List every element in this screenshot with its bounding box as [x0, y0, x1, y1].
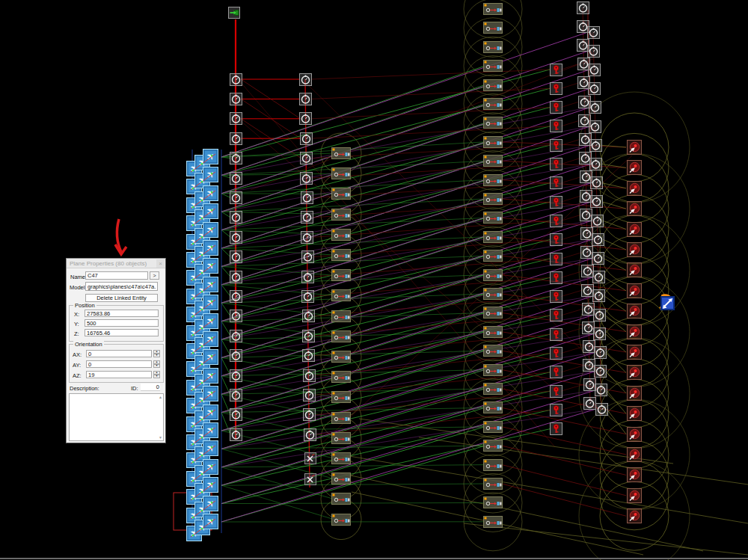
timer-node[interactable]	[595, 384, 607, 396]
dialog-titlebar[interactable]: Plane Properties (80 objects) ×	[67, 259, 165, 268]
delete-linked-entity-button[interactable]: Delete Linked Entity	[85, 294, 158, 302]
objective-key-node[interactable]	[550, 290, 562, 303]
timer-node[interactable]	[230, 250, 242, 263]
trigger-node[interactable]	[483, 155, 503, 167]
attack-area-node[interactable]	[627, 140, 642, 155]
attack-area-node[interactable]	[627, 304, 642, 319]
objective-key-node[interactable]	[550, 328, 562, 341]
trigger-node[interactable]	[483, 136, 503, 148]
timer-node[interactable]	[230, 369, 242, 382]
objective-key-node[interactable]	[550, 101, 562, 114]
timer-node[interactable]	[230, 389, 242, 401]
spinner-down-icon[interactable]: ▼	[153, 375, 160, 378]
timer-node[interactable]	[589, 101, 601, 114]
timer-node[interactable]	[230, 93, 242, 105]
trigger-node[interactable]	[483, 364, 503, 376]
timer-node[interactable]	[301, 290, 314, 303]
name-input[interactable]	[85, 271, 148, 280]
trigger-node[interactable]	[331, 209, 351, 221]
timer-node[interactable]	[303, 408, 316, 421]
plane-stack[interactable]: ✈✈✈	[186, 514, 220, 542]
timer-node[interactable]	[591, 215, 604, 227]
y-input[interactable]	[85, 319, 159, 327]
timer-node[interactable]	[588, 82, 601, 95]
trigger-node[interactable]	[331, 371, 351, 383]
timer-node[interactable]	[299, 112, 312, 125]
timer-node[interactable]	[230, 271, 242, 283]
timer-node[interactable]	[592, 271, 605, 283]
trigger-node[interactable]	[483, 174, 503, 186]
timer-node[interactable]	[589, 158, 602, 170]
timer-node[interactable]	[302, 349, 315, 362]
trigger-node[interactable]	[331, 330, 351, 342]
trigger-node[interactable]	[483, 41, 503, 53]
trigger-node[interactable]	[483, 459, 503, 471]
objective-key-node[interactable]	[550, 176, 562, 189]
objective-key-node[interactable]	[550, 271, 562, 284]
objective-key-node[interactable]	[550, 366, 562, 378]
timer-node[interactable]	[230, 152, 242, 164]
timer-node[interactable]	[230, 191, 242, 204]
attack-area-node[interactable]	[627, 365, 642, 380]
timer-node[interactable]	[230, 310, 242, 322]
trigger-node[interactable]	[483, 98, 503, 110]
timer-node[interactable]	[583, 378, 596, 391]
trigger-node[interactable]	[331, 514, 351, 526]
objective-key-node[interactable]	[550, 253, 562, 265]
timer-node[interactable]	[304, 428, 316, 441]
timer-node[interactable]	[592, 233, 604, 246]
timer-node[interactable]	[589, 120, 601, 133]
attack-area-node[interactable]	[627, 386, 642, 401]
timer-node[interactable]	[230, 73, 242, 86]
timer-node[interactable]	[590, 195, 603, 208]
trigger-node[interactable]	[483, 250, 503, 262]
trigger-node[interactable]	[331, 147, 351, 159]
trigger-node[interactable]	[483, 401, 503, 413]
trigger-node[interactable]	[331, 391, 351, 403]
attack-area-node[interactable]	[627, 242, 642, 257]
close-icon[interactable]: ×	[156, 259, 165, 268]
timer-node[interactable]	[303, 389, 316, 401]
trigger-node[interactable]	[483, 496, 503, 508]
trigger-node[interactable]	[483, 193, 503, 205]
attack-area-node[interactable]	[627, 222, 642, 237]
timer-node[interactable]	[230, 231, 242, 244]
attack-area-node[interactable]	[627, 262, 642, 277]
objective-key-node[interactable]	[550, 158, 562, 170]
timer-node[interactable]	[301, 271, 314, 283]
timer-node[interactable]	[593, 309, 606, 321]
timer-node[interactable]	[595, 403, 608, 416]
trigger-node[interactable]	[331, 412, 351, 424]
timer-node[interactable]	[594, 346, 607, 359]
trigger-node[interactable]	[331, 167, 351, 179]
timer-node[interactable]	[301, 250, 314, 263]
timer-node[interactable]	[587, 45, 600, 58]
timer-node[interactable]	[299, 73, 312, 86]
objective-key-node[interactable]	[550, 64, 562, 76]
timer-node[interactable]	[577, 1, 589, 14]
objective-key-node[interactable]	[550, 385, 562, 398]
trigger-node[interactable]	[331, 289, 351, 301]
timer-node[interactable]	[593, 327, 606, 340]
trigger-node[interactable]	[483, 117, 503, 129]
trigger-node[interactable]	[331, 310, 351, 322]
timer-node[interactable]	[592, 289, 605, 302]
timer-node[interactable]	[230, 290, 242, 303]
model-input[interactable]	[85, 282, 158, 291]
spinner-down-icon[interactable]: ▼	[153, 354, 160, 357]
timer-node[interactable]	[230, 172, 242, 185]
attack-area-node[interactable]	[627, 324, 642, 339]
attack-area-node[interactable]	[627, 467, 642, 482]
destroy-action-node[interactable]	[304, 473, 316, 485]
attack-area-node[interactable]	[627, 345, 642, 360]
timer-node[interactable]	[583, 397, 596, 410]
trigger-node[interactable]	[331, 432, 351, 444]
trigger-node[interactable]	[483, 516, 503, 528]
objective-key-node[interactable]	[550, 422, 562, 435]
name-expand-button[interactable]: >	[150, 271, 159, 280]
timer-node[interactable]	[592, 252, 604, 265]
objective-key-node[interactable]	[550, 309, 562, 321]
attack-area-node[interactable]	[627, 427, 642, 442]
trigger-node[interactable]	[483, 326, 503, 338]
trigger-node[interactable]	[483, 345, 503, 357]
